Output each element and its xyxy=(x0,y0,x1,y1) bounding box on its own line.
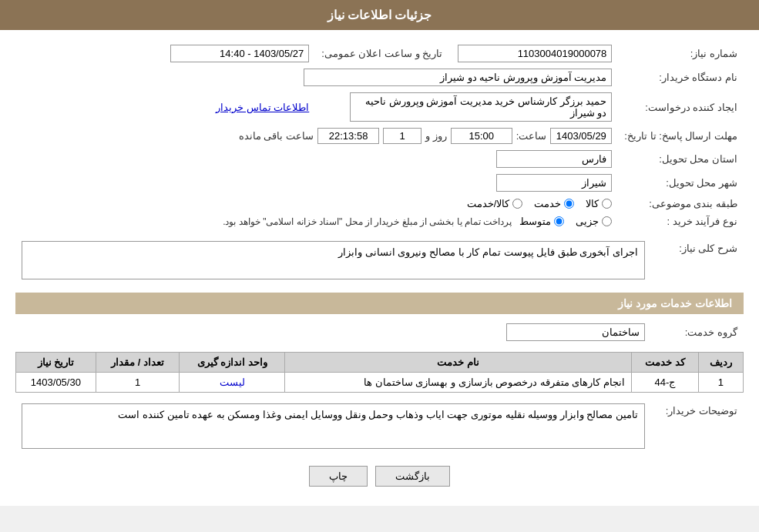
ittilaat-tamas-link[interactable]: اطلاعات تماس خریدار xyxy=(216,102,309,113)
gorooh-value: ساختمان xyxy=(15,320,651,344)
radio-khadamat[interactable]: خدمت xyxy=(534,198,574,209)
radio-kala-khadamat[interactable]: کالا/خدمت xyxy=(467,198,523,209)
col-tedad: تعداد / مقدار xyxy=(96,353,180,373)
roz-label: روز و xyxy=(425,130,447,142)
saat-label: ساعت: xyxy=(516,130,547,142)
sharh-textarea xyxy=(22,241,645,279)
tabaqe-label: طبقه بندی موضوعی: xyxy=(618,195,744,212)
back-button[interactable]: بازگشت xyxy=(375,466,450,487)
noe-notice: پرداخت تمام یا بخشی از مبلغ خریدار از مح… xyxy=(223,216,512,227)
ostan-value: فارس xyxy=(448,147,618,171)
page-header: جزئیات اطلاعات نیاز xyxy=(0,0,759,30)
mohlat-roz: 1 xyxy=(383,128,421,144)
page-title: جزئیات اطلاعات نیاز xyxy=(327,8,432,22)
ostan-label: استان محل تحویل: xyxy=(618,147,744,171)
col-radif: ردیف xyxy=(698,353,743,373)
button-area: بازگشت چاپ xyxy=(15,466,744,487)
shomara-label: شماره نیاز: xyxy=(618,42,744,65)
radio-motevaset[interactable]: متوسط xyxy=(519,216,564,227)
sharh-label: شرح کلی نیاز: xyxy=(651,238,744,285)
mohlat-date: 1403/05/29 xyxy=(550,128,612,144)
shomara-value: 1103004019000078 xyxy=(448,42,618,65)
tawsif-textarea xyxy=(22,403,645,449)
tawsif-value xyxy=(15,400,651,454)
cell-name: انجام کارهای متفرقه درخصوص بازسازی و بهس… xyxy=(285,373,632,393)
col-code: کد خدمت xyxy=(632,353,699,373)
radio-jozii[interactable]: جزیی xyxy=(576,216,612,227)
col-tarikh: تاریخ نیاز xyxy=(16,353,96,373)
sharh-value xyxy=(15,238,651,285)
cell-tedad: 1 xyxy=(96,373,180,393)
col-name: نام خدمت xyxy=(285,353,632,373)
tabaqe-value: کالا خدمت کالا/خدمت xyxy=(15,195,618,212)
remaining-label: ساعت باقی مانده xyxy=(239,130,314,142)
shahr-label: شهر محل تحویل: xyxy=(618,171,744,195)
shahr-value: شیراز xyxy=(448,171,618,195)
service-table: ردیف کد خدمت نام خدمت واحد اندازه گیری ت… xyxy=(15,352,744,393)
cell-code: ج-44 xyxy=(632,373,699,393)
khadamat-section-title: اطلاعات خدمات مورد نیاز xyxy=(15,293,744,314)
tawsif-label: توضیحات خریدار: xyxy=(651,400,744,454)
mohlat-label: مهلت ارسال پاسخ: تا تاریخ: xyxy=(618,125,744,147)
mohlat-saat: 15:00 xyxy=(451,128,512,144)
cell-radif: 1 xyxy=(698,373,743,393)
nam-dastgah-value: مدیریت آموزش وپرورش ناحیه دو شیراز xyxy=(15,65,618,89)
noe-farayand-label: نوع فرآیند خرید : xyxy=(618,212,744,230)
print-button[interactable]: چاپ xyxy=(309,466,368,487)
tarikh-value: 1403/05/27 - 14:40 xyxy=(15,42,315,65)
tarikh-label: تاریخ و ساعت اعلان عمومی: xyxy=(315,42,448,65)
radio-kala[interactable]: کالا xyxy=(586,198,612,209)
mohlat-value: 1403/05/29 ساعت: 15:00 روز و 1 22:13:58 … xyxy=(15,125,618,147)
table-row: 1 ج-44 انجام کارهای متفرقه درخصوص بازساز… xyxy=(16,373,744,393)
cell-tarikh: 1403/05/30 xyxy=(16,373,96,393)
ijad-value: حمید برزگر کارشناس خرید مدیریت آموزش وپر… xyxy=(315,89,618,125)
ijad-label: ایجاد کننده درخواست: xyxy=(618,89,744,125)
gorooh-label: گروه خدمت: xyxy=(651,320,744,344)
cell-vahed: لیست xyxy=(180,373,285,393)
mohlat-remaining: 22:13:58 xyxy=(317,128,379,144)
ittilaat-tamas-cell[interactable]: اطلاعات تماس خریدار xyxy=(15,89,315,125)
noe-farayand-value: جزیی متوسط پرداخت تمام یا بخشی از مبلغ خ… xyxy=(15,212,618,230)
nam-dastgah-label: نام دستگاه خریدار: xyxy=(618,65,744,89)
col-vahed: واحد اندازه گیری xyxy=(180,353,285,373)
